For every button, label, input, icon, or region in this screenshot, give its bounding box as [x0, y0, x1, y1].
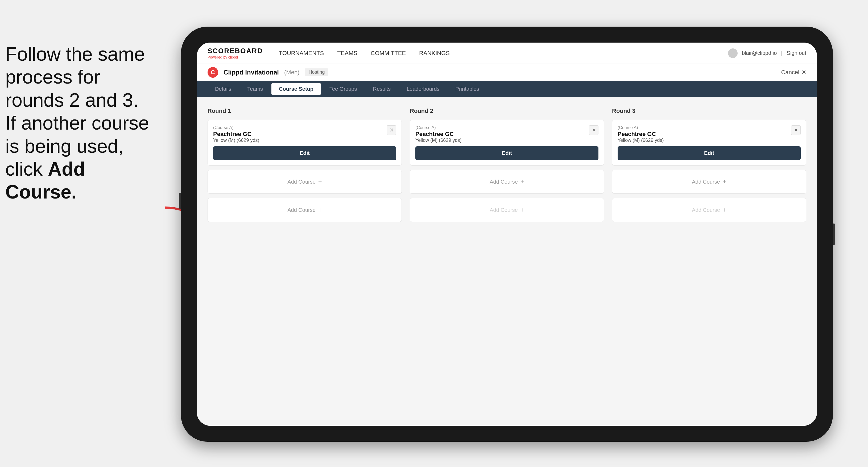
tablet-power-button: [833, 223, 835, 245]
cancel-button[interactable]: Cancel ✕: [781, 69, 806, 76]
rounds-grid: Round 1 (Course A) Peachtree GC Yellow (…: [208, 107, 806, 222]
round-3-course-card-1: (Course A) Peachtree GC Yellow (M) (6629…: [612, 120, 806, 165]
tablet-frame: SCOREBOARD Powered by clippd TOURNAMENTS…: [181, 27, 833, 442]
remove-course-button-r2[interactable]: ✕: [589, 125, 598, 135]
round-2-course-card-1: (Course A) Peachtree GC Yellow (M) (6629…: [410, 120, 604, 165]
course-card-header-r2: (Course A) Peachtree GC Yellow (M) (6629…: [415, 125, 598, 143]
round-3-column: Round 3 (Course A) Peachtree GC Yellow (…: [612, 107, 806, 222]
tab-tee-groups[interactable]: Tee Groups: [322, 83, 364, 95]
course-card-header-r3: (Course A) Peachtree GC Yellow (M) (6629…: [618, 125, 801, 143]
add-plus-icon-r2-s1: +: [521, 178, 524, 185]
nav-links: TOURNAMENTS TEAMS COMMITTEE RANKINGS: [279, 50, 728, 57]
nav-user: blair@clippd.io | Sign out: [728, 49, 806, 58]
edit-course-button-r2[interactable]: Edit: [415, 146, 598, 160]
remove-course-button-r1[interactable]: ✕: [386, 125, 396, 135]
tab-bar: Details Teams Course Setup Tee Groups Re…: [197, 81, 817, 97]
edit-course-button-r3[interactable]: Edit: [618, 146, 801, 160]
course-name: Peachtree GC: [213, 131, 386, 137]
sign-out-link[interactable]: Sign out: [787, 50, 806, 56]
course-label-r3: (Course A): [618, 125, 791, 130]
course-card-info-r2: (Course A) Peachtree GC Yellow (M) (6629…: [415, 125, 589, 143]
course-details-r3: Yellow (M) (6629 yds): [618, 137, 791, 143]
course-details-r2: Yellow (M) (6629 yds): [415, 137, 589, 143]
nav-committee[interactable]: COMMITTEE: [371, 50, 406, 57]
course-card-info-r3: (Course A) Peachtree GC Yellow (M) (6629…: [618, 125, 791, 143]
user-email: blair@clippd.io: [742, 50, 777, 56]
tab-leaderboards[interactable]: Leaderboards: [399, 83, 447, 95]
course-card-info: (Course A) Peachtree GC Yellow (M) (6629…: [213, 125, 386, 143]
nav-tournaments[interactable]: TOURNAMENTS: [279, 50, 324, 57]
add-plus-icon-r3-s2: +: [723, 206, 726, 214]
tab-details[interactable]: Details: [208, 83, 239, 95]
logo-area: SCOREBOARD Powered by clippd: [208, 47, 263, 59]
add-course-label-r3-s1: Add Course +: [692, 178, 726, 185]
course-details: Yellow (M) (6629 yds): [213, 137, 386, 143]
tab-teams[interactable]: Teams: [240, 83, 270, 95]
remove-course-button-r3[interactable]: ✕: [791, 125, 801, 135]
logo-scoreboard: SCOREBOARD: [208, 47, 263, 55]
tablet-volume-button: [179, 193, 181, 209]
tablet-screen: SCOREBOARD Powered by clippd TOURNAMENTS…: [197, 42, 817, 426]
add-course-r1-slot1[interactable]: Add Course +: [208, 170, 402, 194]
user-avatar: [728, 49, 738, 58]
add-plus-icon-r3-s1: +: [723, 178, 726, 185]
c-logo: C: [208, 67, 218, 78]
edit-course-button-r1[interactable]: Edit: [213, 146, 396, 160]
hosting-badge: Hosting: [305, 68, 328, 76]
course-name-r3: Peachtree GC: [618, 131, 791, 137]
add-course-label-r2-s1: Add Course +: [490, 178, 524, 185]
pipe-divider: |: [781, 50, 782, 56]
round-2-label: Round 2: [410, 107, 604, 115]
add-course-r2-slot2: Add Course +: [410, 198, 604, 222]
nav-rankings[interactable]: RANKINGS: [419, 50, 450, 57]
add-course-r2-slot1[interactable]: Add Course +: [410, 170, 604, 194]
instruction-text: Follow the same process for rounds 2 and…: [5, 42, 160, 204]
add-plus-icon-r2-s2: +: [521, 206, 524, 214]
round-1-course-card-1: (Course A) Peachtree GC Yellow (M) (6629…: [208, 120, 402, 165]
nav-teams[interactable]: TEAMS: [337, 50, 358, 57]
tab-printables[interactable]: Printables: [448, 83, 487, 95]
round-3-label: Round 3: [612, 107, 806, 115]
tournament-name: Clippd Invitational: [223, 69, 279, 76]
course-label: (Course A): [213, 125, 386, 130]
sub-header: C Clippd Invitational (Men) Hosting Canc…: [197, 64, 817, 81]
tournament-info: C Clippd Invitational (Men) Hosting: [208, 67, 328, 78]
tab-results[interactable]: Results: [365, 83, 398, 95]
add-course-label-r3-s2: Add Course +: [692, 206, 726, 214]
add-course-label-r1-s2: Add Course +: [287, 206, 322, 214]
round-2-column: Round 2 (Course A) Peachtree GC Yellow (…: [410, 107, 604, 222]
tab-course-setup[interactable]: Course Setup: [271, 83, 321, 95]
course-card-header: (Course A) Peachtree GC Yellow (M) (6629…: [213, 125, 396, 143]
main-content: Round 1 (Course A) Peachtree GC Yellow (…: [197, 97, 817, 426]
add-plus-icon-r1-s2: +: [318, 206, 322, 214]
course-name-r2: Peachtree GC: [415, 131, 589, 137]
add-course-label-r2-s2: Add Course +: [490, 206, 524, 214]
logo-sub: Powered by clippd: [208, 55, 263, 59]
add-course-r1-slot2[interactable]: Add Course +: [208, 198, 402, 222]
add-course-r3-slot2: Add Course +: [612, 198, 806, 222]
tournament-sub: (Men): [284, 69, 299, 76]
add-course-r3-slot1[interactable]: Add Course +: [612, 170, 806, 194]
round-1-column: Round 1 (Course A) Peachtree GC Yellow (…: [208, 107, 402, 222]
add-course-label-r1-s1: Add Course +: [287, 178, 322, 185]
top-nav: SCOREBOARD Powered by clippd TOURNAMENTS…: [197, 42, 817, 64]
course-label-r2: (Course A): [415, 125, 589, 130]
add-plus-icon-r1-s1: +: [318, 178, 322, 185]
round-1-label: Round 1: [208, 107, 402, 115]
cancel-x-icon: ✕: [802, 69, 806, 76]
